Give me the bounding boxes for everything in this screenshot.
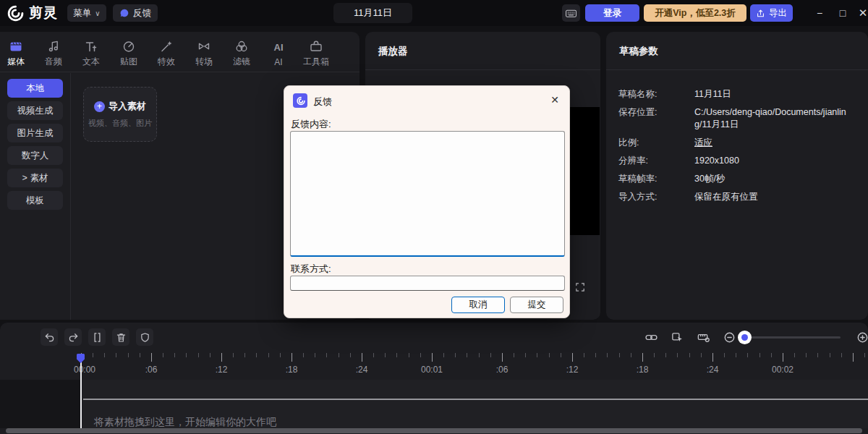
import-material-title: 导入素材 (109, 100, 146, 113)
param-row-resolution: 分辨率: 1920x1080 (618, 155, 857, 167)
split-icon (91, 331, 103, 344)
draft-params-divider (606, 69, 868, 70)
track-area[interactable]: 将素材拖拽到这里，开始编辑你的大作吧 (81, 380, 868, 428)
tab-filter[interactable]: 滤镜 (223, 36, 260, 71)
dialog-title: 反馈 (313, 95, 332, 109)
chat-bubble-icon (119, 8, 129, 18)
contact-label: 联系方式: (291, 263, 331, 276)
minimize-icon: − (817, 7, 822, 19)
login-button[interactable]: 登录 (585, 4, 639, 22)
playhead-line (80, 354, 82, 428)
media-tabs-row: 媒体 音频 文本 (0, 32, 359, 72)
tab-media[interactable]: 媒体 (0, 36, 35, 71)
sidebar-item-video-generate[interactable]: 视频生成 (7, 101, 63, 120)
timeline-hint-text: 将素材拖拽到这里，开始编辑你的大作吧 (94, 416, 276, 428)
param-row-ratio: 比例: 适应 (618, 137, 857, 149)
sidebar-item-digital-human[interactable]: 数字人 (7, 146, 63, 165)
ruler-label: :06 (496, 365, 509, 375)
timeline-zoom-slider-track[interactable] (744, 336, 841, 339)
shield-icon (139, 331, 151, 344)
playhead-handle[interactable] (76, 353, 85, 364)
menu-button[interactable]: 菜单 ∨ (67, 4, 106, 22)
timeline-zoom-slider-knob[interactable] (738, 331, 752, 344)
project-title[interactable]: 11月11日 (333, 3, 412, 23)
maximize-icon: □ (840, 7, 846, 19)
vip-button[interactable]: 开通Vip，低至2.3折 (644, 4, 746, 22)
timeline-ruler[interactable]: 00:00 :06 :12 :18 :24 00:01 :06 :12 :18 … (0, 353, 868, 380)
trash-icon (115, 331, 127, 344)
feedback-content-textarea[interactable] (290, 131, 565, 257)
preview-axis-button[interactable] (694, 328, 712, 346)
logo-swirl-icon (296, 96, 305, 106)
link-icon (644, 331, 658, 344)
timeline-toolbar-right (642, 328, 738, 346)
ratio-dropdown[interactable]: 适应 (694, 137, 854, 149)
magic-wand-icon (159, 39, 174, 54)
draft-params-panel: 草稿参数 草稿名称: 11月11日 保存位置: C:/Users/deng-qi… (606, 32, 868, 320)
mask-button[interactable] (136, 328, 153, 346)
linkage-select-button[interactable] (668, 328, 686, 346)
contact-input[interactable] (290, 276, 565, 291)
zoom-in-button[interactable] (854, 328, 868, 346)
param-row-name: 草稿名称: 11月11日 (618, 88, 857, 101)
export-button[interactable]: 导出 (750, 4, 793, 22)
tab-effects[interactable]: 特效 (148, 36, 185, 71)
ai-icon: AI (274, 41, 284, 55)
cancel-button[interactable]: 取消 (451, 297, 505, 313)
sidebar-item-local[interactable]: 本地 (7, 79, 63, 98)
window-minimize-button[interactable]: − (809, 0, 830, 26)
import-material-card[interactable]: + 导入素材 视频、音频、图片 (83, 87, 157, 142)
snap-link-button[interactable] (642, 328, 660, 346)
sidebar: 本地 视频生成 图片生成 数字人 > 素材 模板 (0, 73, 70, 320)
draft-params-title: 草稿参数 (619, 45, 658, 58)
window-maximize-button[interactable]: □ (832, 0, 854, 26)
submit-button[interactable]: 提交 (510, 297, 563, 313)
sticker-icon (122, 39, 136, 54)
ruler-label: :24 (356, 365, 368, 375)
sidebar-item-template[interactable]: 模板 (7, 191, 63, 210)
track-header-column (0, 380, 81, 428)
ruler-icon (697, 331, 710, 344)
ruler-label: 00:01 (421, 365, 443, 375)
feedback-content-label: 反馈内容: (291, 118, 331, 131)
feedback-dialog: 反馈 ✕ 反馈内容: 联系方式: 取消 提交 (284, 85, 570, 318)
ruler-label: :12 (216, 365, 228, 375)
ruler-label: :24 (707, 365, 719, 375)
shortcut-keyboard-button[interactable] (562, 4, 580, 22)
top-bar: 剪灵 菜单 ∨ 反馈 11月11日 登录 (0, 0, 868, 26)
timeline-horizontal-scrollbar[interactable] (6, 428, 862, 433)
undo-icon (43, 331, 56, 344)
window-close-button[interactable]: ✕ (852, 0, 868, 26)
playhead-icon (76, 353, 85, 364)
tab-sticker[interactable]: 贴图 (110, 36, 148, 71)
timeline-panel: 00:00 :06 :12 :18 :24 00:01 :06 :12 :18 … (0, 323, 868, 434)
ruler-label: :18 (286, 365, 298, 375)
sidebar-divider (70, 73, 71, 320)
param-row-framerate: 草稿帧率: 30帧/秒 (618, 173, 857, 185)
sidebar-item-image-generate[interactable]: 图片生成 (7, 124, 63, 142)
tab-toolbox[interactable]: 工具箱 (297, 36, 335, 71)
split-button[interactable] (88, 328, 106, 346)
zoom-out-button[interactable] (720, 328, 738, 346)
redo-button[interactable] (64, 328, 82, 346)
dialog-close-button[interactable]: ✕ (550, 94, 559, 106)
export-icon (756, 9, 765, 18)
undo-button[interactable] (41, 328, 58, 346)
redo-icon (67, 331, 80, 344)
player-divider (365, 69, 600, 70)
ruler-label: :06 (145, 365, 158, 375)
ruler-ticks (0, 353, 868, 362)
sidebar-item-material[interactable]: > 素材 (7, 169, 63, 187)
delete-button[interactable] (112, 328, 129, 346)
feedback-button[interactable]: 反馈 (113, 4, 158, 22)
filter-circles-icon (234, 39, 249, 54)
tab-text[interactable]: 文本 (72, 36, 110, 71)
toolbox-icon (309, 39, 323, 54)
fullscreen-button[interactable] (574, 281, 586, 293)
tab-audio[interactable]: 音频 (35, 36, 72, 71)
ruler-label: 00:00 (74, 365, 95, 375)
media-clapperboard-icon (9, 39, 23, 54)
tab-ai[interactable]: AI AI (260, 36, 297, 71)
tab-transition[interactable]: 转场 (185, 36, 223, 71)
ruler-label: :18 (637, 365, 649, 375)
